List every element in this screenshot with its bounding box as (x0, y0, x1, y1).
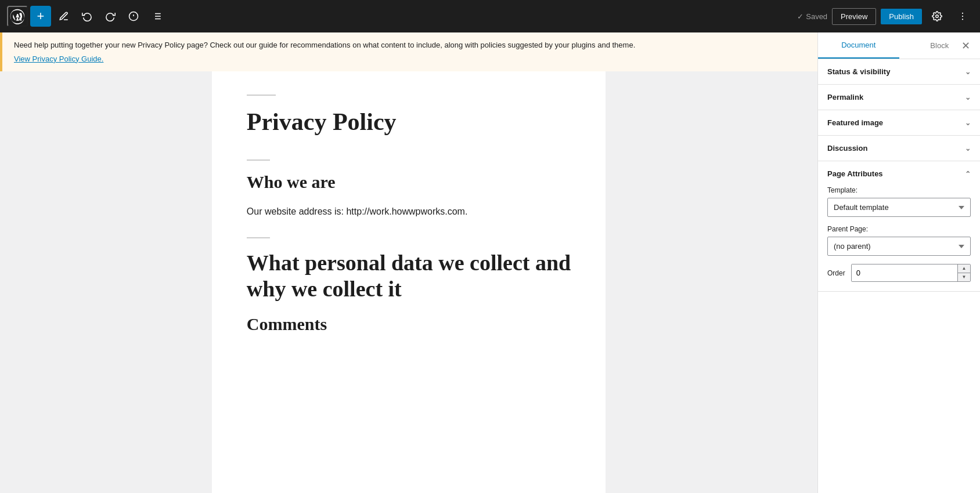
wp-logo-button[interactable] (7, 6, 28, 27)
order-increment-button[interactable]: ▲ (957, 264, 970, 273)
sidebar-section-status: Status & visibility ⌄ (818, 59, 980, 85)
saved-label: Saved (806, 12, 827, 21)
section-text-1[interactable]: Our website address is: http://work.howw… (247, 204, 571, 219)
featured-image-label: Featured image (827, 118, 883, 127)
section-heading-2[interactable]: What personal data we collect andwhy we … (247, 250, 571, 303)
svg-point-10 (962, 13, 963, 14)
status-visibility-label: Status & visibility (827, 67, 890, 76)
toolbar-right: ✓ Saved Preview Publish (797, 6, 973, 27)
order-input[interactable] (852, 264, 957, 281)
discussion-label: Discussion (827, 144, 867, 153)
editor-top-divider (247, 95, 276, 96)
settings-button[interactable] (927, 6, 947, 27)
svg-point-9 (936, 15, 939, 18)
permalink-label: Permalink (827, 93, 863, 102)
page-title[interactable]: Privacy Policy (247, 107, 571, 136)
status-visibility-header[interactable]: Status & visibility ⌄ (818, 59, 980, 84)
parent-page-field: Parent Page: (no parent) (827, 225, 971, 256)
notice-link[interactable]: View Privacy Policy Guide. (14, 53, 103, 65)
discussion-header[interactable]: Discussion ⌄ (818, 136, 980, 161)
order-field: Order ▲ ▼ (827, 264, 971, 282)
sidebar-section-featured-image: Featured image ⌄ (818, 110, 980, 136)
permalink-chevron: ⌄ (965, 93, 971, 102)
sidebar-close-button[interactable]: ✕ (957, 37, 974, 55)
discussion-chevron: ⌄ (965, 144, 971, 153)
template-select[interactable]: Default template (827, 198, 971, 217)
editor-area: Need help putting together your new Priv… (0, 32, 817, 493)
sidebar-section-permalink: Permalink ⌄ (818, 85, 980, 110)
status-visibility-chevron: ⌄ (965, 68, 971, 76)
section-divider-2 (247, 237, 270, 238)
main-layout: Need help putting together your new Priv… (0, 32, 980, 493)
page-attributes-content: Template: Default template Parent Page: … (818, 186, 980, 291)
editor-content: Privacy Policy Who we are Our website ad… (212, 71, 606, 493)
featured-image-chevron: ⌄ (965, 119, 971, 127)
notice-bar: Need help putting together your new Priv… (0, 32, 817, 71)
sidebar-section-discussion: Discussion ⌄ (818, 136, 980, 161)
parent-page-label: Parent Page: (827, 225, 971, 233)
sidebar: Document Block ✕ Status & visibility ⌄ P… (817, 32, 980, 493)
template-label: Template: (827, 186, 971, 194)
page-attributes-label: Page Attributes (827, 169, 883, 178)
redo-button[interactable] (100, 6, 121, 27)
checkmark-icon: ✓ (797, 12, 804, 21)
tab-document[interactable]: Document (818, 32, 899, 59)
sidebar-tabs: Document Block ✕ (818, 32, 980, 59)
tools-button[interactable] (53, 6, 74, 27)
order-spinner: ▲ ▼ (957, 264, 970, 281)
publish-button[interactable]: Publish (881, 9, 922, 24)
order-decrement-button[interactable]: ▼ (957, 273, 970, 282)
permalink-header[interactable]: Permalink ⌄ (818, 85, 980, 110)
svg-point-11 (962, 16, 963, 17)
list-view-button[interactable] (146, 6, 167, 27)
more-options-button[interactable] (952, 6, 973, 27)
toolbar: + ✓ Saved Preview Publish (0, 0, 980, 32)
order-input-wrap: ▲ ▼ (851, 264, 971, 282)
undo-button[interactable] (77, 6, 98, 27)
featured-image-header[interactable]: Featured image ⌄ (818, 110, 980, 135)
svg-point-12 (962, 19, 963, 20)
template-field: Template: Default template (827, 186, 971, 217)
order-label: Order (827, 269, 845, 277)
info-button[interactable] (123, 6, 144, 27)
page-attributes-header[interactable]: Page Attributes ⌃ (818, 161, 980, 186)
toolbar-left: + (7, 6, 167, 27)
parent-page-select[interactable]: (no parent) (827, 237, 971, 256)
section-divider-1 (247, 160, 270, 161)
section-heading-1[interactable]: Who we are (247, 172, 571, 192)
saved-status: ✓ Saved (797, 12, 827, 21)
page-attributes-chevron: ⌃ (965, 170, 971, 178)
sidebar-section-page-attributes: Page Attributes ⌃ Template: Default temp… (818, 161, 980, 292)
section-heading-3[interactable]: Comments (247, 314, 571, 334)
add-block-button[interactable]: + (30, 6, 51, 27)
notice-text: Need help putting together your new Priv… (14, 41, 635, 49)
preview-button[interactable]: Preview (832, 8, 876, 25)
